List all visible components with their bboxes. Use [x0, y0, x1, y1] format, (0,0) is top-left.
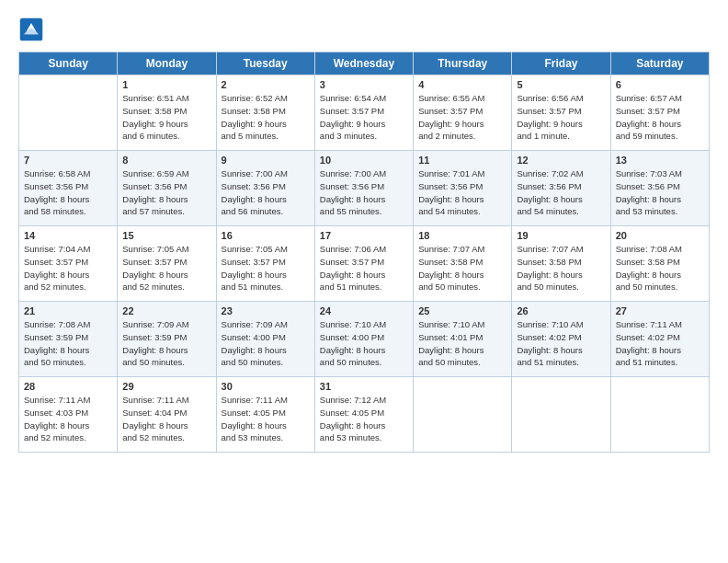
calendar-header: SundayMondayTuesdayWednesdayThursdayFrid…: [19, 52, 710, 75]
day-number: 10: [320, 155, 408, 166]
day-number: 4: [418, 79, 506, 90]
day-number: 28: [24, 381, 112, 392]
day-info: Sunrise: 7:10 AM Sunset: 4:02 PM Dayligh…: [517, 318, 605, 369]
week-row-3: 14Sunrise: 7:04 AM Sunset: 3:57 PM Dayli…: [19, 226, 710, 302]
day-info: Sunrise: 7:00 AM Sunset: 3:56 PM Dayligh…: [320, 167, 408, 218]
day-number: 13: [616, 155, 704, 166]
cell-w0-d4: 4Sunrise: 6:55 AM Sunset: 3:57 PM Daylig…: [414, 75, 512, 151]
day-number: 31: [320, 381, 408, 392]
day-info: Sunrise: 7:11 AM Sunset: 4:05 PM Dayligh…: [222, 394, 310, 444]
day-number: 9: [222, 155, 310, 166]
day-info: Sunrise: 6:51 AM Sunset: 3:58 PM Dayligh…: [122, 92, 210, 143]
day-number: 21: [24, 305, 112, 316]
week-row-4: 21Sunrise: 7:08 AM Sunset: 3:59 PM Dayli…: [19, 302, 710, 377]
cell-w1-d4: 11Sunrise: 7:01 AM Sunset: 3:56 PM Dayli…: [414, 151, 512, 226]
day-number: 19: [517, 230, 605, 241]
day-number: 24: [320, 305, 408, 316]
day-info: Sunrise: 7:07 AM Sunset: 3:58 PM Dayligh…: [418, 243, 506, 293]
page: SundayMondayTuesdayWednesdayThursdayFrid…: [0, 0, 728, 563]
day-info: Sunrise: 7:04 AM Sunset: 3:57 PM Dayligh…: [24, 243, 112, 293]
logo-icon: [18, 17, 44, 42]
cell-w4-d2: 30Sunrise: 7:11 AM Sunset: 4:05 PM Dayli…: [216, 377, 314, 453]
header-saturday: Saturday: [610, 52, 709, 75]
cell-w2-d4: 18Sunrise: 7:07 AM Sunset: 3:58 PM Dayli…: [414, 226, 512, 302]
day-number: 20: [616, 230, 704, 241]
cell-w1-d3: 10Sunrise: 7:00 AM Sunset: 3:56 PM Dayli…: [314, 151, 413, 226]
cell-w1-d1: 8Sunrise: 6:59 AM Sunset: 3:56 PM Daylig…: [118, 151, 216, 226]
day-info: Sunrise: 6:57 AM Sunset: 3:57 PM Dayligh…: [616, 92, 704, 143]
cell-w3-d5: 26Sunrise: 7:10 AM Sunset: 4:02 PM Dayli…: [512, 302, 610, 377]
day-info: Sunrise: 7:08 AM Sunset: 3:59 PM Dayligh…: [24, 318, 112, 369]
day-number: 30: [222, 381, 310, 392]
day-info: Sunrise: 7:00 AM Sunset: 3:56 PM Dayligh…: [222, 167, 310, 218]
day-number: 2: [222, 79, 310, 90]
cell-w0-d3: 3Sunrise: 6:54 AM Sunset: 3:57 PM Daylig…: [314, 75, 413, 151]
day-number: 18: [418, 230, 506, 241]
day-info: Sunrise: 7:11 AM Sunset: 4:03 PM Dayligh…: [24, 394, 112, 444]
day-info: Sunrise: 7:10 AM Sunset: 4:00 PM Dayligh…: [320, 318, 408, 369]
day-info: Sunrise: 6:52 AM Sunset: 3:58 PM Dayligh…: [222, 92, 310, 143]
cell-w1-d0: 7Sunrise: 6:58 AM Sunset: 3:56 PM Daylig…: [19, 151, 118, 226]
day-number: 11: [418, 155, 506, 166]
cell-w2-d6: 20Sunrise: 7:08 AM Sunset: 3:58 PM Dayli…: [610, 226, 709, 302]
week-row-1: 1Sunrise: 6:51 AM Sunset: 3:58 PM Daylig…: [19, 75, 710, 151]
cell-w4-d0: 28Sunrise: 7:11 AM Sunset: 4:03 PM Dayli…: [19, 377, 118, 453]
cell-w3-d1: 22Sunrise: 7:09 AM Sunset: 3:59 PM Dayli…: [118, 302, 216, 377]
day-number: 22: [122, 305, 210, 316]
cell-w0-d5: 5Sunrise: 6:56 AM Sunset: 3:57 PM Daylig…: [512, 75, 610, 151]
cell-w1-d2: 9Sunrise: 7:00 AM Sunset: 3:56 PM Daylig…: [216, 151, 314, 226]
day-number: 8: [122, 155, 210, 166]
day-number: 16: [222, 230, 310, 241]
day-number: 12: [517, 155, 605, 166]
cell-w3-d4: 25Sunrise: 7:10 AM Sunset: 4:01 PM Dayli…: [414, 302, 512, 377]
calendar-table: SundayMondayTuesdayWednesdayThursdayFrid…: [18, 52, 710, 453]
day-info: Sunrise: 7:09 AM Sunset: 4:00 PM Dayligh…: [222, 318, 310, 369]
day-number: 25: [418, 305, 506, 316]
cell-w4-d3: 31Sunrise: 7:12 AM Sunset: 4:05 PM Dayli…: [314, 377, 413, 453]
day-info: Sunrise: 7:09 AM Sunset: 3:59 PM Dayligh…: [122, 318, 210, 369]
week-row-2: 7Sunrise: 6:58 AM Sunset: 3:56 PM Daylig…: [19, 151, 710, 226]
cell-w4-d5: [512, 377, 610, 453]
header-friday: Friday: [512, 52, 610, 75]
day-info: Sunrise: 7:10 AM Sunset: 4:01 PM Dayligh…: [418, 318, 506, 369]
calendar-body: 1Sunrise: 6:51 AM Sunset: 3:58 PM Daylig…: [19, 75, 710, 453]
day-number: 27: [616, 305, 704, 316]
day-info: Sunrise: 6:59 AM Sunset: 3:56 PM Dayligh…: [122, 167, 210, 218]
day-info: Sunrise: 7:06 AM Sunset: 3:57 PM Dayligh…: [320, 243, 408, 293]
header-sunday: Sunday: [19, 52, 118, 75]
cell-w2-d5: 19Sunrise: 7:07 AM Sunset: 3:58 PM Dayli…: [512, 226, 610, 302]
day-number: 26: [517, 305, 605, 316]
day-number: 3: [320, 79, 408, 90]
cell-w1-d5: 12Sunrise: 7:02 AM Sunset: 3:56 PM Dayli…: [512, 151, 610, 226]
header-tuesday: Tuesday: [216, 52, 314, 75]
day-info: Sunrise: 7:12 AM Sunset: 4:05 PM Dayligh…: [320, 394, 408, 444]
day-number: 17: [320, 230, 408, 241]
cell-w0-d2: 2Sunrise: 6:52 AM Sunset: 3:58 PM Daylig…: [216, 75, 314, 151]
cell-w4-d6: [610, 377, 709, 453]
day-info: Sunrise: 7:03 AM Sunset: 3:56 PM Dayligh…: [616, 167, 704, 218]
header-monday: Monday: [118, 52, 216, 75]
cell-w1-d6: 13Sunrise: 7:03 AM Sunset: 3:56 PM Dayli…: [610, 151, 709, 226]
header-thursday: Thursday: [414, 52, 512, 75]
day-info: Sunrise: 6:55 AM Sunset: 3:57 PM Dayligh…: [418, 92, 506, 143]
cell-w0-d1: 1Sunrise: 6:51 AM Sunset: 3:58 PM Daylig…: [118, 75, 216, 151]
header: [18, 17, 710, 42]
day-info: Sunrise: 7:11 AM Sunset: 4:02 PM Dayligh…: [616, 318, 704, 369]
day-info: Sunrise: 7:11 AM Sunset: 4:04 PM Dayligh…: [122, 394, 210, 444]
day-number: 29: [122, 381, 210, 392]
day-info: Sunrise: 7:08 AM Sunset: 3:58 PM Dayligh…: [616, 243, 704, 293]
day-info: Sunrise: 7:05 AM Sunset: 3:57 PM Dayligh…: [122, 243, 210, 293]
cell-w3-d2: 23Sunrise: 7:09 AM Sunset: 4:00 PM Dayli…: [216, 302, 314, 377]
day-number: 23: [222, 305, 310, 316]
cell-w2-d0: 14Sunrise: 7:04 AM Sunset: 3:57 PM Dayli…: [19, 226, 118, 302]
cell-w3-d0: 21Sunrise: 7:08 AM Sunset: 3:59 PM Dayli…: [19, 302, 118, 377]
cell-w3-d6: 27Sunrise: 7:11 AM Sunset: 4:02 PM Dayli…: [610, 302, 709, 377]
header-wednesday: Wednesday: [314, 52, 413, 75]
day-number: 6: [616, 79, 704, 90]
day-number: 7: [24, 155, 112, 166]
cell-w4-d4: [414, 377, 512, 453]
logo: [18, 17, 48, 42]
week-row-5: 28Sunrise: 7:11 AM Sunset: 4:03 PM Dayli…: [19, 377, 710, 453]
day-info: Sunrise: 7:02 AM Sunset: 3:56 PM Dayligh…: [517, 167, 605, 218]
cell-w2-d3: 17Sunrise: 7:06 AM Sunset: 3:57 PM Dayli…: [314, 226, 413, 302]
